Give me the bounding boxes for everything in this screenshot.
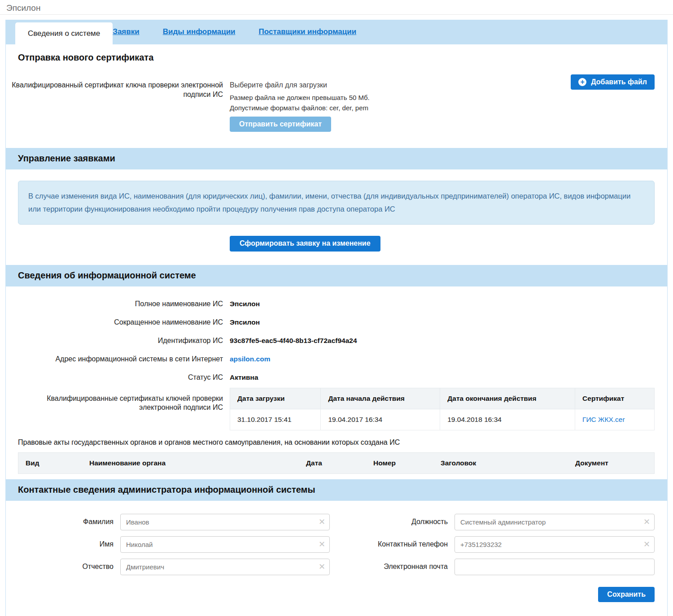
save-button[interactable]: Сохранить xyxy=(598,587,655,602)
add-file-button-label: Добавить файл xyxy=(591,78,647,86)
form-row-middle-name: Отчество ✕ xyxy=(6,559,330,575)
short-name-label: Сокращенное наименование ИС xyxy=(6,318,223,327)
clear-last-name-icon[interactable]: ✕ xyxy=(319,518,325,526)
clear-first-name-icon[interactable]: ✕ xyxy=(319,540,325,548)
position-label: Должность xyxy=(330,518,454,526)
cert-col-upload-date: Дата загрузки xyxy=(230,388,321,409)
first-name-label: Имя xyxy=(6,540,120,548)
clear-phone-icon[interactable]: ✕ xyxy=(643,540,650,548)
cert-col-start-date: Дата начала действия xyxy=(321,388,440,409)
phone-label: Контактный телефон xyxy=(330,540,454,548)
detail-row-full-name: Полное наименование ИС Эпсилон xyxy=(6,299,667,308)
clear-middle-name-icon[interactable]: ✕ xyxy=(319,563,325,571)
table-row: 31.10.2017 15:41 19.04.2017 16:34 19.04.… xyxy=(230,409,655,430)
legal-col-heading: Заголовок xyxy=(433,459,568,467)
requests-section-heading: Управление заявками xyxy=(6,148,667,169)
position-field[interactable] xyxy=(454,514,655,530)
requests-notice: В случае изменения вида ИС, наименования… xyxy=(18,181,655,225)
email-label: Электронная почта xyxy=(330,563,454,571)
phone-field[interactable] xyxy=(454,536,655,553)
tab-requests[interactable]: Заявки xyxy=(113,27,139,36)
detail-row-status: Статус ИС Активна xyxy=(6,373,667,382)
internet-address-label: Адрес информационной системы в сети Инте… xyxy=(6,355,223,364)
page-title: Эпсилон xyxy=(6,3,40,13)
page-header: Эпсилон xyxy=(0,0,673,15)
certificates-table-header-row: Дата загрузки Дата начала действия Дата … xyxy=(230,388,655,409)
last-name-label: Фамилия xyxy=(6,518,120,526)
form-row-position: Должность ✕ xyxy=(330,514,655,530)
legal-col-date: Дата xyxy=(299,459,366,467)
main-panel: Сведения о системе Заявки Виды информаци… xyxy=(5,20,668,616)
file-formats-hint: Допустимые форматы файлов: cer, der, pem xyxy=(230,104,370,112)
status-value: Активна xyxy=(230,373,258,382)
plus-circle-icon: + xyxy=(578,78,586,86)
detail-row-identifier: Идентификатор ИС 93c87fe5-eac5-4f40-8b13… xyxy=(6,336,667,345)
clear-position-icon[interactable]: ✕ xyxy=(643,518,650,526)
tab-system-info[interactable]: Сведения о системе xyxy=(15,22,113,44)
form-row-email: Электронная почта xyxy=(330,559,655,575)
detail-row-short-name: Сокращенное наименование ИС Эпсилон xyxy=(6,318,667,327)
certificate-field-label: Квалифицированный сертификат ключа прове… xyxy=(6,78,223,132)
identifier-value: 93c87fe5-eac5-4f40-8b13-cf72acf94a24 xyxy=(230,336,357,345)
short-name-value: Эпсилон xyxy=(230,318,260,327)
section-requests-management: Управление заявками В случае изменения в… xyxy=(6,148,667,265)
certificate-upload-heading: Отправка нового сертификата xyxy=(18,52,667,63)
middle-name-label: Отчество xyxy=(6,563,120,571)
legal-col-authority: Наименование органа xyxy=(82,459,299,467)
detail-row-certificates: Квалифицированные сертификаты ключей про… xyxy=(6,388,667,430)
certificates-table: Дата загрузки Дата начала действия Дата … xyxy=(230,388,655,430)
system-info-heading: Сведения об информационной системе xyxy=(6,265,667,286)
section-system-info: Сведения об информационной системе Полно… xyxy=(6,265,667,474)
contacts-section-heading: Контактные сведения администратора инфор… xyxy=(6,479,667,501)
legal-col-document: Документ xyxy=(568,459,654,467)
cert-end-date: 19.04.2018 16:34 xyxy=(440,409,575,430)
email-field[interactable] xyxy=(454,559,655,575)
full-name-value: Эпсилон xyxy=(230,299,260,308)
send-certificate-button[interactable]: Отправить сертификат xyxy=(230,117,331,132)
first-name-field[interactable] xyxy=(120,536,330,553)
certificates-label: Квалифицированные сертификаты ключей про… xyxy=(6,388,223,430)
status-label: Статус ИС xyxy=(6,373,223,382)
tab-information-providers[interactable]: Поставщики информации xyxy=(259,27,357,36)
section-admin-contacts: Контактные сведения администратора инфор… xyxy=(6,479,667,602)
form-row-first-name: Имя ✕ xyxy=(6,536,330,553)
system-url-link[interactable]: apsilon.com xyxy=(230,355,270,363)
add-file-button[interactable]: + Добавить файл xyxy=(571,74,655,90)
tab-information-types[interactable]: Виды информации xyxy=(163,27,236,36)
middle-name-field[interactable] xyxy=(120,559,330,575)
full-name-label: Полное наименование ИС xyxy=(6,299,223,308)
cert-upload-date: 31.10.2017 15:41 xyxy=(230,409,321,430)
file-size-hint: Размер файла не должен превышать 50 Мб. xyxy=(230,94,370,101)
cert-col-end-date: Дата окончания действия xyxy=(440,388,575,409)
create-change-request-button[interactable]: Сформировать заявку на изменение xyxy=(230,236,380,252)
choose-file-text: Выберите файл для загрузки xyxy=(230,81,370,89)
tab-bar: Сведения о системе Заявки Виды информаци… xyxy=(6,20,667,44)
last-name-field[interactable] xyxy=(120,514,330,530)
section-certificate-upload: Отправка нового сертификата Квалифициров… xyxy=(6,52,667,148)
legal-col-number: Номер xyxy=(366,459,433,467)
legal-acts-table-header: Вид Наименование органа Дата Номер Загол… xyxy=(18,452,655,474)
legal-acts-title: Правовые акты государственных органов и … xyxy=(18,438,655,447)
legal-col-type: Вид xyxy=(18,459,82,467)
form-row-phone: Контактный телефон ✕ xyxy=(330,536,655,553)
cert-col-certificate: Сертификат xyxy=(575,388,655,409)
form-row-last-name: Фамилия ✕ xyxy=(6,514,330,530)
certificate-file-link[interactable]: ГИС ЖКХ.cer xyxy=(582,416,625,423)
detail-row-internet-address: Адрес информационной системы в сети Инте… xyxy=(6,355,667,364)
identifier-label: Идентификатор ИС xyxy=(6,336,223,345)
cert-start-date: 19.04.2017 16:34 xyxy=(321,409,440,430)
